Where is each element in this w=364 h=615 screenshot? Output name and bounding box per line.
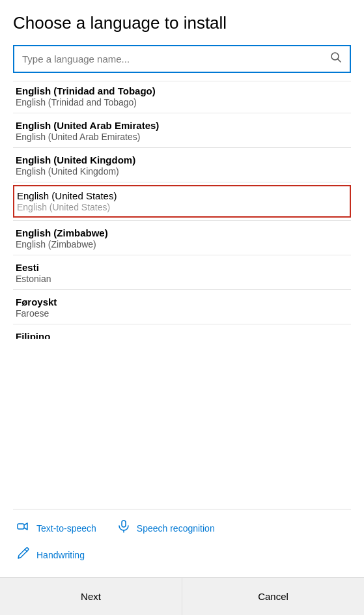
lang-secondary: English (United Kingdom) xyxy=(16,166,348,177)
next-button[interactable]: Next xyxy=(0,578,182,615)
lang-secondary: English (United States) xyxy=(17,202,347,212)
lang-secondary: Estonian xyxy=(16,274,348,284)
lang-secondary: Faroese xyxy=(16,308,348,319)
feature-handwriting: Handwriting xyxy=(16,545,85,564)
lang-primary: English (United Kingdom) xyxy=(16,154,348,165)
list-item[interactable]: Eesti Estonian xyxy=(13,255,351,289)
lang-secondary: English (Trinidad and Tobago) xyxy=(16,97,348,107)
tts-icon xyxy=(16,519,31,537)
speech-label: Speech recognition xyxy=(137,523,215,534)
features-row-2: Handwriting xyxy=(16,545,348,564)
lang-primary: English (United States) xyxy=(17,190,347,201)
lang-primary: Eesti xyxy=(16,262,348,273)
list-item[interactable]: Filipino xyxy=(13,324,351,339)
lang-primary: English (Zimbabwe) xyxy=(16,227,348,238)
feature-tts: Text-to-speech xyxy=(16,519,96,537)
svg-rect-3 xyxy=(122,521,126,527)
pen-icon xyxy=(16,545,31,564)
cancel-button[interactable]: Cancel xyxy=(182,578,364,615)
divider xyxy=(13,182,351,182)
features-bar: Text-to-speech Speech recognition xyxy=(13,509,351,577)
lang-primary: English (United Arab Emirates) xyxy=(16,120,348,131)
list-item[interactable]: English (Zimbabwe) English (Zimbabwe) xyxy=(13,221,351,255)
search-bar xyxy=(13,45,351,73)
svg-line-1 xyxy=(338,59,341,63)
page-container: Choose a language to install English (Tr… xyxy=(0,0,364,615)
list-item[interactable]: English (United Arab Emirates) English (… xyxy=(13,113,351,147)
lang-primary: Filipino xyxy=(16,331,348,339)
tts-label: Text-to-speech xyxy=(36,523,96,534)
buttons-bar: Next Cancel xyxy=(0,577,364,615)
list-item-selected[interactable]: English (United States) English (United … xyxy=(13,185,351,218)
language-list: English (Trinidad and Tobago) English (T… xyxy=(13,81,351,509)
svg-rect-2 xyxy=(18,524,24,529)
list-item[interactable]: English (Trinidad and Tobago) English (T… xyxy=(13,81,351,113)
features-row-1: Text-to-speech Speech recognition xyxy=(16,519,348,537)
search-icon xyxy=(330,51,342,63)
lang-secondary: English (United Arab Emirates) xyxy=(16,132,348,142)
search-button[interactable] xyxy=(322,46,350,72)
list-item[interactable]: Føroyskt Faroese xyxy=(13,290,351,324)
mic-icon xyxy=(116,519,132,537)
handwriting-label: Handwriting xyxy=(36,550,85,560)
lang-primary: Føroyskt xyxy=(16,296,348,308)
page-title: Choose a language to install xyxy=(13,13,351,33)
lang-primary: English (Trinidad and Tobago) xyxy=(16,85,348,96)
list-item[interactable]: English (United Kingdom) English (United… xyxy=(13,148,351,182)
svg-line-5 xyxy=(25,549,27,552)
search-input[interactable] xyxy=(14,47,322,71)
feature-speech: Speech recognition xyxy=(116,519,215,537)
lang-secondary: English (Zimbabwe) xyxy=(16,239,348,250)
